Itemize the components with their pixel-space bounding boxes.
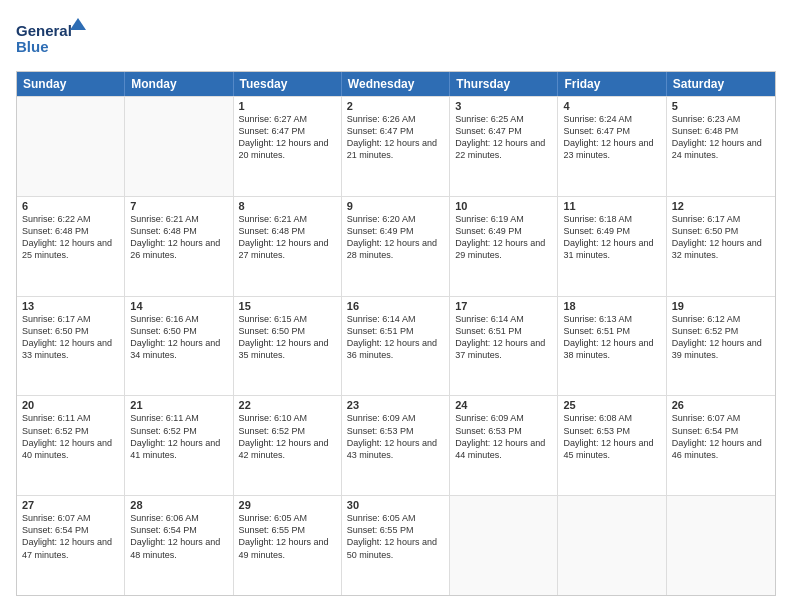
cell-text: Sunrise: 6:07 AM Sunset: 6:54 PM Dayligh… [22, 512, 119, 561]
cal-cell-4-1: 28Sunrise: 6:06 AM Sunset: 6:54 PM Dayli… [125, 496, 233, 595]
svg-text:Blue: Blue [16, 38, 49, 55]
cell-text: Sunrise: 6:11 AM Sunset: 6:52 PM Dayligh… [22, 412, 119, 461]
day-number: 12 [672, 200, 770, 212]
cal-cell-3-6: 26Sunrise: 6:07 AM Sunset: 6:54 PM Dayli… [667, 396, 775, 495]
day-number: 18 [563, 300, 660, 312]
svg-marker-2 [70, 18, 86, 30]
page: General Blue SundayMondayTuesdayWednesda… [0, 0, 792, 612]
cal-cell-1-2: 8Sunrise: 6:21 AM Sunset: 6:48 PM Daylig… [234, 197, 342, 296]
calendar-row-3: 20Sunrise: 6:11 AM Sunset: 6:52 PM Dayli… [17, 395, 775, 495]
header-day-saturday: Saturday [667, 72, 775, 96]
cal-cell-1-0: 6Sunrise: 6:22 AM Sunset: 6:48 PM Daylig… [17, 197, 125, 296]
cal-cell-3-5: 25Sunrise: 6:08 AM Sunset: 6:53 PM Dayli… [558, 396, 666, 495]
day-number: 10 [455, 200, 552, 212]
cell-text: Sunrise: 6:07 AM Sunset: 6:54 PM Dayligh… [672, 412, 770, 461]
day-number: 6 [22, 200, 119, 212]
day-number: 11 [563, 200, 660, 212]
cell-text: Sunrise: 6:14 AM Sunset: 6:51 PM Dayligh… [455, 313, 552, 362]
cell-text: Sunrise: 6:21 AM Sunset: 6:48 PM Dayligh… [130, 213, 227, 262]
cal-cell-0-1 [125, 97, 233, 196]
header-day-tuesday: Tuesday [234, 72, 342, 96]
cell-text: Sunrise: 6:05 AM Sunset: 6:55 PM Dayligh… [239, 512, 336, 561]
cell-text: Sunrise: 6:19 AM Sunset: 6:49 PM Dayligh… [455, 213, 552, 262]
day-number: 4 [563, 100, 660, 112]
day-number: 1 [239, 100, 336, 112]
header-day-wednesday: Wednesday [342, 72, 450, 96]
cal-cell-3-0: 20Sunrise: 6:11 AM Sunset: 6:52 PM Dayli… [17, 396, 125, 495]
day-number: 21 [130, 399, 227, 411]
cell-text: Sunrise: 6:09 AM Sunset: 6:53 PM Dayligh… [347, 412, 444, 461]
day-number: 2 [347, 100, 444, 112]
cal-cell-2-4: 17Sunrise: 6:14 AM Sunset: 6:51 PM Dayli… [450, 297, 558, 396]
cal-cell-2-2: 15Sunrise: 6:15 AM Sunset: 6:50 PM Dayli… [234, 297, 342, 396]
cell-text: Sunrise: 6:22 AM Sunset: 6:48 PM Dayligh… [22, 213, 119, 262]
svg-text:General: General [16, 22, 72, 39]
day-number: 28 [130, 499, 227, 511]
cal-cell-2-0: 13Sunrise: 6:17 AM Sunset: 6:50 PM Dayli… [17, 297, 125, 396]
cal-cell-0-3: 2Sunrise: 6:26 AM Sunset: 6:47 PM Daylig… [342, 97, 450, 196]
cal-cell-2-6: 19Sunrise: 6:12 AM Sunset: 6:52 PM Dayli… [667, 297, 775, 396]
cal-cell-3-4: 24Sunrise: 6:09 AM Sunset: 6:53 PM Dayli… [450, 396, 558, 495]
cal-cell-0-0 [17, 97, 125, 196]
day-number: 16 [347, 300, 444, 312]
cal-cell-2-5: 18Sunrise: 6:13 AM Sunset: 6:51 PM Dayli… [558, 297, 666, 396]
cal-cell-4-6 [667, 496, 775, 595]
cal-cell-3-3: 23Sunrise: 6:09 AM Sunset: 6:53 PM Dayli… [342, 396, 450, 495]
day-number: 13 [22, 300, 119, 312]
header: General Blue [16, 16, 776, 61]
cal-cell-4-5 [558, 496, 666, 595]
day-number: 19 [672, 300, 770, 312]
cell-text: Sunrise: 6:15 AM Sunset: 6:50 PM Dayligh… [239, 313, 336, 362]
cal-cell-4-0: 27Sunrise: 6:07 AM Sunset: 6:54 PM Dayli… [17, 496, 125, 595]
day-number: 5 [672, 100, 770, 112]
cal-cell-1-1: 7Sunrise: 6:21 AM Sunset: 6:48 PM Daylig… [125, 197, 233, 296]
cell-text: Sunrise: 6:09 AM Sunset: 6:53 PM Dayligh… [455, 412, 552, 461]
cal-cell-0-2: 1Sunrise: 6:27 AM Sunset: 6:47 PM Daylig… [234, 97, 342, 196]
cal-cell-0-4: 3Sunrise: 6:25 AM Sunset: 6:47 PM Daylig… [450, 97, 558, 196]
day-number: 15 [239, 300, 336, 312]
day-number: 30 [347, 499, 444, 511]
day-number: 25 [563, 399, 660, 411]
calendar-row-1: 6Sunrise: 6:22 AM Sunset: 6:48 PM Daylig… [17, 196, 775, 296]
cal-cell-4-2: 29Sunrise: 6:05 AM Sunset: 6:55 PM Dayli… [234, 496, 342, 595]
cal-cell-1-6: 12Sunrise: 6:17 AM Sunset: 6:50 PM Dayli… [667, 197, 775, 296]
cell-text: Sunrise: 6:27 AM Sunset: 6:47 PM Dayligh… [239, 113, 336, 162]
cell-text: Sunrise: 6:25 AM Sunset: 6:47 PM Dayligh… [455, 113, 552, 162]
day-number: 20 [22, 399, 119, 411]
cal-cell-0-6: 5Sunrise: 6:23 AM Sunset: 6:48 PM Daylig… [667, 97, 775, 196]
cell-text: Sunrise: 6:11 AM Sunset: 6:52 PM Dayligh… [130, 412, 227, 461]
calendar-body: 1Sunrise: 6:27 AM Sunset: 6:47 PM Daylig… [17, 96, 775, 595]
cal-cell-1-5: 11Sunrise: 6:18 AM Sunset: 6:49 PM Dayli… [558, 197, 666, 296]
cell-text: Sunrise: 6:26 AM Sunset: 6:47 PM Dayligh… [347, 113, 444, 162]
cell-text: Sunrise: 6:10 AM Sunset: 6:52 PM Dayligh… [239, 412, 336, 461]
header-day-monday: Monday [125, 72, 233, 96]
day-number: 9 [347, 200, 444, 212]
day-number: 23 [347, 399, 444, 411]
cal-cell-2-1: 14Sunrise: 6:16 AM Sunset: 6:50 PM Dayli… [125, 297, 233, 396]
cal-cell-3-2: 22Sunrise: 6:10 AM Sunset: 6:52 PM Dayli… [234, 396, 342, 495]
cal-cell-1-4: 10Sunrise: 6:19 AM Sunset: 6:49 PM Dayli… [450, 197, 558, 296]
calendar-header: SundayMondayTuesdayWednesdayThursdayFrid… [17, 72, 775, 96]
day-number: 26 [672, 399, 770, 411]
cell-text: Sunrise: 6:05 AM Sunset: 6:55 PM Dayligh… [347, 512, 444, 561]
cell-text: Sunrise: 6:13 AM Sunset: 6:51 PM Dayligh… [563, 313, 660, 362]
header-day-friday: Friday [558, 72, 666, 96]
day-number: 29 [239, 499, 336, 511]
calendar: SundayMondayTuesdayWednesdayThursdayFrid… [16, 71, 776, 596]
day-number: 17 [455, 300, 552, 312]
cell-text: Sunrise: 6:08 AM Sunset: 6:53 PM Dayligh… [563, 412, 660, 461]
day-number: 8 [239, 200, 336, 212]
cal-cell-4-3: 30Sunrise: 6:05 AM Sunset: 6:55 PM Dayli… [342, 496, 450, 595]
cal-cell-2-3: 16Sunrise: 6:14 AM Sunset: 6:51 PM Dayli… [342, 297, 450, 396]
calendar-row-0: 1Sunrise: 6:27 AM Sunset: 6:47 PM Daylig… [17, 96, 775, 196]
header-day-sunday: Sunday [17, 72, 125, 96]
day-number: 22 [239, 399, 336, 411]
cal-cell-4-4 [450, 496, 558, 595]
header-day-thursday: Thursday [450, 72, 558, 96]
cell-text: Sunrise: 6:16 AM Sunset: 6:50 PM Dayligh… [130, 313, 227, 362]
day-number: 14 [130, 300, 227, 312]
logo-svg: General Blue [16, 16, 86, 61]
cell-text: Sunrise: 6:23 AM Sunset: 6:48 PM Dayligh… [672, 113, 770, 162]
day-number: 24 [455, 399, 552, 411]
day-number: 27 [22, 499, 119, 511]
